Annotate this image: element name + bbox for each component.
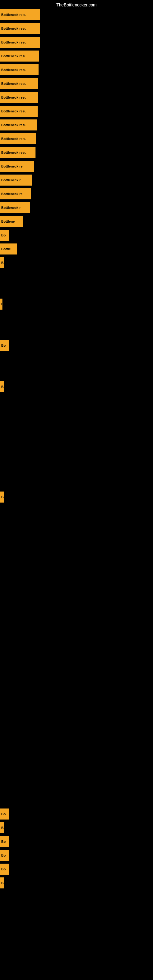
- bar-label: Bottleneck resu: [1, 137, 27, 140]
- bar-item: Bo: [0, 808, 9, 819]
- bar-label: Bottleneck resu: [1, 40, 27, 44]
- bar-item: B: [0, 822, 4, 833]
- bar-label: Bo: [1, 344, 6, 347]
- bar-label: Bottleneck re: [1, 192, 22, 196]
- bar-label: B: [1, 881, 4, 885]
- bar-label: B: [1, 385, 4, 389]
- bar-label: B: [1, 826, 4, 830]
- bar-label: Bottleneck r: [1, 178, 21, 182]
- bar-label: Bottleneck resu: [1, 95, 27, 99]
- bar-item: Bottleneck r: [0, 202, 30, 213]
- bar-item: Bottleneck resu: [0, 23, 40, 34]
- bar-label: Bottleneck resu: [1, 82, 27, 86]
- bar-label: Bottle: [1, 247, 11, 251]
- bar-item: Bottlene: [0, 216, 23, 227]
- bar-label: Bottleneck resu: [1, 27, 27, 30]
- bar-item: Bo: [0, 864, 9, 875]
- bar-item: Bottleneck resu: [0, 37, 40, 48]
- bar-label: Bo: [1, 854, 6, 857]
- bar-label: Bottleneck resu: [1, 13, 27, 16]
- bar-item: Bottleneck resu: [0, 78, 38, 89]
- bar-item: Bottleneck resu: [0, 147, 35, 158]
- bar-label: Bo: [1, 840, 6, 843]
- bar-item: Bottleneck re: [0, 188, 31, 199]
- bar-label: Bottleneck resu: [1, 68, 27, 72]
- bar-item: Bo: [0, 836, 9, 847]
- bar-item: Bottleneck resu: [0, 119, 37, 130]
- bar-label: Bottleneck resu: [1, 123, 27, 127]
- bar-label: Bottleneck resu: [1, 109, 27, 113]
- bar-label: Bottleneck re: [1, 164, 22, 168]
- bar-item: Bottle: [0, 243, 17, 255]
- bar-item: Bottleneck resu: [0, 9, 40, 20]
- bar-item: B: [0, 257, 4, 268]
- bar-item: Bottleneck r: [0, 175, 32, 186]
- bar-label: Bottleneck resu: [1, 151, 27, 154]
- bar-label: Bottleneck resu: [1, 54, 27, 58]
- bar-label: Bottleneck r: [1, 206, 21, 210]
- bar-item: B: [0, 492, 4, 503]
- bar-label: Bottlene: [1, 220, 15, 223]
- bar-item: B: [0, 877, 4, 888]
- bar-item: Bottleneck re: [0, 161, 34, 172]
- bar-item: Bo: [0, 340, 9, 351]
- bar-item: B: [0, 381, 4, 392]
- bar-item: Bo: [0, 230, 9, 241]
- bar-item: B: [0, 299, 2, 310]
- bar-item: Bottleneck resu: [0, 106, 38, 117]
- bar-item: Bottleneck resu: [0, 92, 38, 103]
- site-title: TheBottlenecker.com: [0, 2, 153, 7]
- bar-item: Bottleneck resu: [0, 51, 39, 62]
- bar-label: Bo: [1, 233, 6, 237]
- bar-item: Bottleneck resu: [0, 133, 36, 144]
- bar-label: Bo: [1, 867, 6, 871]
- bar-item: Bottleneck resu: [0, 64, 38, 75]
- bar-label: B: [1, 302, 2, 306]
- bar-label: B: [1, 261, 4, 265]
- bar-label: B: [1, 495, 4, 499]
- bar-item: Bo: [0, 850, 9, 861]
- bar-label: Bo: [1, 812, 6, 816]
